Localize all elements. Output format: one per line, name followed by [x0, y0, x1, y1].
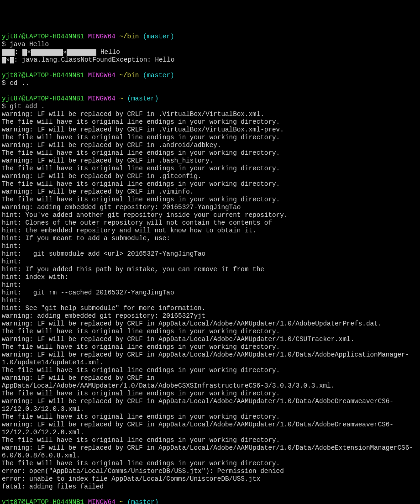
prompt-branch: (master) [143, 72, 174, 79]
command-line-1: $ java Hello [2, 41, 418, 48]
command-line-3: $ git add . [2, 103, 418, 110]
output-line: warning: LF will be replaced by CRLF in … [2, 142, 418, 149]
output-line: The file will have its original line end… [2, 390, 418, 398]
output-line: fatal: adding files failed [2, 483, 418, 491]
prompt-path: ~/bin [119, 33, 139, 40]
output-line: warning: LF will be replaced by CRLF in … [2, 351, 418, 367]
output-line: hint: If you meant to add a submodule, u… [2, 235, 418, 242]
output-line: hint: [2, 258, 418, 266]
prompt-line-1: yjt87@LAPTOP-HO44NNB1 MINGW64 ~/bin (mas… [2, 33, 418, 41]
command-git-add: git add . [10, 103, 45, 110]
prompt-user: yjt87@LAPTOP-HO44NNB1 [2, 72, 84, 79]
output-line: The file will have its original line end… [2, 343, 418, 351]
output-line: error: open("AppData/Local/Comms/Unistor… [2, 467, 418, 475]
java-error-1: : ×» Hello [2, 48, 418, 56]
output-line: warning: LF will be replaced by CRLF in … [2, 110, 418, 118]
output-line: error: unable to index file AppData/Loca… [2, 475, 418, 483]
terminal-output[interactable]: yjt87@LAPTOP-HO44NNB1 MINGW64 ~/bin (mas… [2, 33, 418, 504]
redacted-text [22, 49, 27, 56]
prompt-branch: (master) [127, 499, 159, 504]
output-line: The file will have its original line end… [2, 180, 418, 188]
output-line: warning: LF will be replaced by CRLF in … [2, 173, 418, 180]
output-line: hint: index with: [2, 273, 418, 281]
output-line: warning: adding embedded git repository:… [2, 312, 418, 320]
prompt-user: yjt87@LAPTOP-HO44NNB1 [2, 95, 84, 102]
output-line: The file will have its original line end… [2, 134, 418, 142]
output-line: The file will have its original line end… [2, 436, 418, 444]
redacted-text [31, 49, 63, 56]
prompt-mingw: MINGW64 [88, 33, 116, 40]
prompt-mingw: MINGW64 [88, 499, 116, 504]
output-line: warning: LF will be replaced by CRLF in … [2, 444, 418, 460]
command-cd: cd .. [10, 79, 29, 87]
output-line: warning: LF will be replaced by CRLF in … [2, 157, 418, 165]
blank-line [2, 491, 418, 499]
output-line: The file will have its original line end… [2, 460, 418, 467]
git-output-block: warning: LF will be replaced by CRLF in … [2, 110, 418, 491]
output-line: The file will have its original line end… [2, 149, 418, 157]
output-line: warning: LF will be replaced by CRLF in … [2, 320, 418, 328]
output-line: The file will have its original line end… [2, 165, 418, 173]
redacted-text [10, 57, 14, 63]
prompt-user: yjt87@LAPTOP-HO44NNB1 [2, 33, 84, 40]
command-line-2: $ cd .. [2, 79, 418, 87]
prompt-branch: (master) [143, 33, 174, 40]
output-line: warning: LF will be replaced by CRLF in … [2, 126, 418, 134]
blank-line [2, 64, 418, 72]
output-line: warning: LF will be replaced by CRLF in … [2, 188, 418, 196]
output-line: hint: the embedded repository and will n… [2, 227, 418, 235]
prompt-user: yjt87@LAPTOP-HO44NNB1 [2, 499, 84, 504]
prompt-path: ~ [119, 95, 123, 102]
prompt-mingw: MINGW64 [88, 72, 116, 79]
output-line: warning: LF will be replaced by CRLF in … [2, 336, 418, 343]
prompt-mingw: MINGW64 [88, 95, 116, 102]
prompt-branch: (master) [127, 95, 159, 102]
java-error-2: »: java.lang.ClassNotFoundException: Hel… [2, 56, 418, 64]
prompt-path: ~/bin [119, 72, 139, 79]
output-line: hint: [2, 297, 418, 304]
output-line: The file will have its original line end… [2, 118, 418, 126]
output-line: hint: Clones of the outer repository wil… [2, 219, 418, 227]
output-line: warning: LF will be replaced by CRLF in … [2, 398, 418, 413]
output-line: hint: git rm --cached 20165327-YangJingT… [2, 289, 418, 297]
redacted-text [2, 57, 6, 63]
redacted-text [2, 49, 15, 56]
output-line: hint: You've added another git repositor… [2, 211, 418, 219]
redacted-text [67, 49, 96, 56]
output-line: hint: See "git help submodule" for more … [2, 304, 418, 312]
prompt-line-2: yjt87@LAPTOP-HO44NNB1 MINGW64 ~/bin (mas… [2, 72, 418, 79]
output-line: warning: LF will be replaced by CRLF in … [2, 421, 418, 436]
output-line: hint: [2, 281, 418, 289]
output-line: warning: LF will be replaced by CRLF in … [2, 374, 418, 390]
output-line: warning: adding embedded git repository:… [2, 204, 418, 211]
prompt-path: ~ [119, 499, 123, 504]
output-line: hint: If you added this path by mistake,… [2, 266, 418, 273]
output-line: The file will have its original line end… [2, 413, 418, 421]
prompt-line-4: yjt87@LAPTOP-HO44NNB1 MINGW64 ~ (master) [2, 499, 418, 504]
prompt-line-3: yjt87@LAPTOP-HO44NNB1 MINGW64 ~ (master) [2, 95, 418, 103]
blank-line [2, 87, 418, 95]
output-line: The file will have its original line end… [2, 367, 418, 374]
output-line: The file will have its original line end… [2, 328, 418, 336]
output-line: hint: git submodule add <url> 20165327-Y… [2, 250, 418, 258]
output-line: hint: [2, 242, 418, 250]
output-line: The file will have its original line end… [2, 196, 418, 204]
command-java: java Hello [10, 41, 49, 48]
